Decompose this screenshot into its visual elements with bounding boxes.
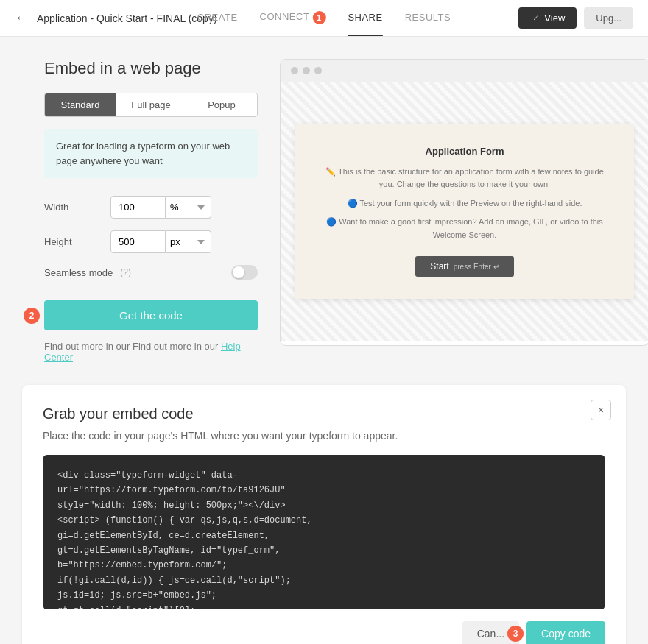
width-input[interactable] [110,196,166,219]
nav-link-share[interactable]: SHARE [348,0,382,36]
embed-section-title: Grab your embed code [43,406,605,422]
get-code-wrapper: 2 Get the code [44,300,258,330]
height-label: Height [44,236,110,247]
form-preview-text-1: ✏️ This is the basic structure for an ap… [325,166,605,191]
tab-standard[interactable]: Standard [45,93,116,116]
form-preview: Application Form ✏️ This is the basic st… [295,124,634,300]
height-input[interactable] [110,230,166,253]
embed-type-tabs: Standard Full page Popup [44,93,258,117]
form-preview-title: Application Form [325,146,605,157]
embed-section-desc: Place the code in your page's HTML where… [43,430,605,442]
browser-bar [281,60,648,82]
width-field-row: Width % px [44,196,258,219]
code-block[interactable]: <div class="typeform-widget" data- url="… [43,455,605,609]
form-start-button[interactable]: Start press Enter ↵ [415,256,513,277]
main-content: Embed in a web page Standard Full page P… [0,37,648,385]
view-button[interactable]: View [518,7,577,29]
step-2-badge: 2 [24,308,40,324]
seamless-toggle[interactable] [231,265,258,280]
width-label: Width [44,202,110,213]
panel-title: Embed in a web page [44,59,258,78]
nav-link-create[interactable]: CREATE [197,0,238,36]
embed-actions: Can... 3 Copy code [43,621,605,644]
top-nav: ← Application - Quick Start - FINAL (cop… [0,0,648,37]
nav-link-connect[interactable]: CONNECT1 [260,0,326,38]
step-3-badge: 3 [507,626,524,642]
help-text: Find out more in our Find out more in ou… [44,341,258,363]
embed-code-section: × Grab your embed code Place the code in… [22,385,626,644]
tab-full-page[interactable]: Full page [116,93,186,116]
info-box: Great for loading a typeform on your web… [44,129,258,178]
browser-content: Application Form ✏️ This is the basic st… [281,82,648,341]
tab-popup[interactable]: Popup [186,93,257,116]
browser-mock: Application Form ✏️ This is the basic st… [280,59,648,346]
nav-links: CREATECONNECT1SHARERESULTS [197,0,451,38]
browser-dot-3 [314,67,322,74]
back-button[interactable]: ← [15,10,28,26]
browser-dot-1 [291,67,298,74]
seamless-hint: (?) [120,267,131,277]
width-unit-select[interactable]: % px [166,196,211,219]
nav-link-results[interactable]: RESULTS [405,0,451,36]
left-panel: Embed in a web page Standard Full page P… [44,59,258,363]
preview-panel: Application Form ✏️ This is the basic st… [280,59,648,363]
upgrade-button[interactable]: Upg... [584,7,633,29]
height-unit-select[interactable]: px % [166,230,211,253]
seamless-mode-row: Seamless mode (?) [44,265,258,280]
height-field-row: Height px % [44,230,258,253]
seamless-label: Seamless mode [44,267,113,278]
nav-badge-connect: 1 [312,11,325,24]
get-code-button[interactable]: Get the code [44,300,258,330]
copy-badge-wrap: 3 Copy code [526,621,605,644]
copy-code-button[interactable]: Copy code [526,621,605,644]
form-preview-text-2: 🔵 Test your form quickly with the Previe… [325,197,605,210]
form-preview-text-3: 🔵 Want to make a good first impression? … [325,216,605,241]
nav-actions: View Upg... [518,7,633,29]
browser-dot-2 [303,67,310,74]
close-button[interactable]: × [591,400,611,420]
enter-arrow: press Enter ↵ [454,263,499,271]
external-link-icon [530,13,540,23]
